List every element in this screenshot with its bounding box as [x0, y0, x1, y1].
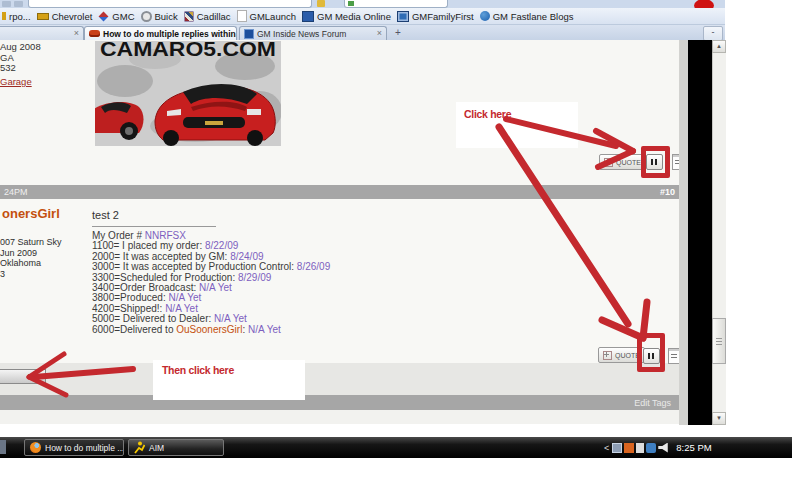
user-detail-line: 3: [0, 269, 62, 280]
user-detail-line: Jun 2009: [0, 248, 62, 259]
bookmark-gm-fastlane-blogs[interactable]: GM Fastlane Blogs: [480, 11, 574, 22]
taskbar-button-label: AIM: [149, 443, 164, 453]
screenshot-canvas: rpo...ChevroletGMCBuickCadillacGMLaunchG…: [0, 0, 800, 500]
bookmark-label: GMLaunch: [250, 11, 296, 22]
edit-tags-bar: Edit Tags: [0, 395, 679, 410]
taskbar-start-partial[interactable]: [0, 440, 6, 454]
post-timestamp: 24PM: [4, 187, 28, 197]
close-icon[interactable]: ×: [74, 29, 79, 38]
status-value: NNRFSX: [145, 230, 186, 241]
scroll-down-button[interactable]: ▼: [712, 412, 726, 425]
status-value: 8/22/09: [205, 240, 238, 251]
status-label: 3400=Order Broadcast:: [92, 282, 199, 293]
bookmark-chevrolet[interactable]: Chevrolet: [37, 11, 93, 22]
status-value: 8/29/09: [238, 272, 271, 283]
order-line: 6000=Delivered to OuSoonersGirl: N/A Yet: [92, 325, 330, 335]
gm-media-online-icon: [302, 11, 314, 22]
bookmark-cadillac[interactable]: Cadillac: [184, 11, 231, 22]
gmi-favicon: [244, 29, 254, 39]
bookmark-gmc[interactable]: GMC: [98, 11, 134, 22]
garage-link[interactable]: Garage: [0, 76, 32, 87]
signature-divider: [92, 226, 216, 227]
bookmark-label: Cadillac: [197, 11, 231, 22]
status-value: N/A Yet: [168, 292, 201, 303]
bookmark-gmlaunch[interactable]: GMLaunch: [237, 10, 296, 22]
scroll-up-button[interactable]: ▲: [712, 40, 726, 53]
forward-icon[interactable]: [14, 1, 23, 7]
orange-app-icon[interactable]: [624, 443, 634, 453]
bookmark-label: GMC: [112, 11, 134, 22]
gmlaunch-icon: [237, 10, 247, 22]
chevrolet-icon: [37, 13, 49, 20]
svg-text:CAMARO5.COM: CAMARO5.COM: [100, 41, 276, 60]
cadillac-icon: [184, 11, 194, 22]
bookmark-label: GM Fastlane Blogs: [493, 11, 574, 22]
bookmark-buick[interactable]: Buick: [141, 11, 178, 22]
gmfamilyfirst-icon: [397, 11, 409, 22]
status-value: 8/24/09: [230, 251, 263, 262]
status-label: 3000= It was accepted by Production Cont…: [92, 261, 297, 272]
post-number-link[interactable]: #10: [660, 187, 675, 197]
tab-overflow-button[interactable]: -: [703, 26, 723, 41]
username-link[interactable]: onersGirl: [2, 206, 60, 221]
taskbar-button-firefox[interactable]: How to do multiple ...: [24, 439, 124, 456]
taskbar-clock[interactable]: 8:25 PM: [676, 442, 711, 453]
firefox-icon: [30, 442, 41, 453]
post-body-title: test 2: [92, 209, 119, 221]
scrollbar-track[interactable]: [712, 40, 726, 425]
highlight-box-2: [637, 333, 665, 372]
status-label: 3800=Produced:: [92, 292, 168, 303]
bookmark-label: rpo...: [9, 11, 31, 22]
tab-label: How to do multiple replies within...: [103, 29, 237, 39]
power-icon[interactable]: [636, 443, 644, 453]
post-reply-button[interactable]: PLY: [0, 369, 46, 384]
tray-icons: [612, 443, 668, 453]
status-label: 1100= I placed my order:: [92, 240, 205, 251]
taskbar-button-label: How to do multiple ...: [45, 443, 124, 453]
window-icon[interactable]: [612, 443, 622, 453]
black-strip: [688, 40, 712, 425]
status-value: N/A Yet: [214, 313, 247, 324]
previous-post-user-info: Aug 2008GA532: [0, 42, 41, 74]
post-divider-bar: 24PM #10: [0, 185, 679, 199]
search-bar[interactable]: [344, 0, 448, 8]
quote-button-label: QUOTE: [616, 159, 641, 166]
address-bar[interactable]: [28, 0, 312, 8]
bookmark-rpo[interactable]: rpo...: [2, 11, 31, 22]
status-value: N/A Yet: [199, 282, 232, 293]
highlight-box-1: [641, 146, 670, 178]
close-icon[interactable]: ×: [377, 29, 382, 38]
bookmark-label: Buick: [155, 11, 178, 22]
tab-partial[interactable]: ×: [0, 26, 84, 40]
bookmark-partial-icon: [2, 12, 6, 20]
camaro5-favicon: [89, 30, 100, 37]
post-reply-label: PLY: [27, 372, 41, 381]
tray-expand-chevron[interactable]: <: [604, 443, 609, 453]
taskbar-button-aim[interactable]: AIM: [128, 439, 224, 456]
tab-bar: × How to do multiple replies within... ×…: [0, 25, 725, 41]
status-value: 8/26/09: [297, 261, 330, 272]
volume-icon[interactable]: [658, 443, 668, 453]
quote-button[interactable]: QUOTE: [599, 154, 646, 170]
scrollbar-thumb[interactable]: [712, 318, 726, 364]
tab-how-to-multiple-replies[interactable]: How to do multiple replies within... ×: [84, 26, 237, 40]
bookmark-gm-media-online[interactable]: GM Media Online: [302, 11, 391, 22]
tab-gm-inside-news-forum[interactable]: GM Inside News Forum ×: [239, 26, 387, 40]
new-tab-button[interactable]: +: [391, 27, 405, 39]
bookmark-gmfamilyfirst[interactable]: GMFamilyFirst: [397, 11, 474, 22]
edit-tags-link[interactable]: Edit Tags: [634, 398, 675, 408]
user-detail-line: Oklahoma: [0, 258, 62, 269]
browser-toolbar-partial: [0, 0, 725, 8]
network-icon[interactable]: [646, 443, 656, 453]
click-here-annotation: Click here: [464, 108, 511, 120]
buick-icon: [141, 11, 152, 22]
bookmark-star-icon[interactable]: [317, 0, 325, 7]
tab-label: GM Inside News Forum: [257, 29, 346, 39]
bookmark-label: Chevrolet: [52, 11, 93, 22]
status-value: N/A Yet: [248, 324, 281, 335]
back-icon[interactable]: [2, 1, 11, 7]
user-info-line: 532: [0, 63, 41, 74]
system-tray: < 8:25 PM: [604, 439, 712, 456]
bookmarks-bar: rpo...ChevroletGMCBuickCadillacGMLaunchG…: [0, 8, 725, 25]
thread-footer-strip: [0, 363, 679, 395]
